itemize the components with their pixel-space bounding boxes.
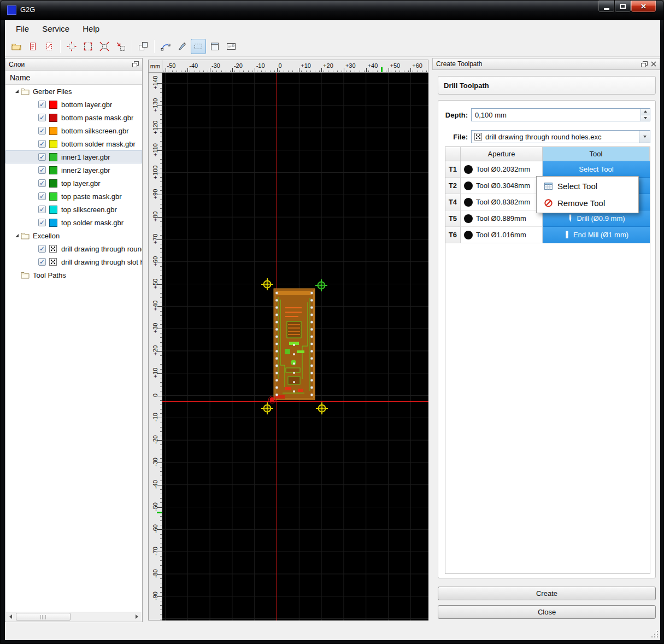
layer-color-swatch[interactable] <box>49 206 57 214</box>
maximize-button[interactable] <box>614 1 631 13</box>
aperture-cell[interactable]: Tool Ø1.016mm <box>461 227 543 243</box>
layer-color-swatch[interactable] <box>49 219 57 227</box>
layer-checkbox[interactable]: ✓ <box>38 206 46 213</box>
layer-checkbox[interactable]: ✓ <box>38 140 46 148</box>
spin-down-button[interactable] <box>641 115 650 121</box>
layer-color-swatch[interactable] <box>49 153 57 161</box>
aperture-column-header[interactable]: Aperture <box>461 147 543 161</box>
close-panel-icon[interactable] <box>651 61 656 67</box>
open-file-button[interactable] <box>9 39 24 54</box>
layer-checkbox[interactable]: ✓ <box>38 258 46 266</box>
combobox-arrow[interactable] <box>639 131 650 143</box>
layer-checkbox[interactable]: ✓ <box>38 179 46 187</box>
menu-service[interactable]: Service <box>36 22 76 36</box>
tree-item-gerber-files[interactable]: Gerber Files <box>5 85 142 98</box>
pcb-canvas[interactable] <box>162 73 428 620</box>
draw-tool-button[interactable] <box>174 39 190 54</box>
layer-tree: Gerber Files✓bottom layer.gbr✓bottom pas… <box>5 85 142 612</box>
aperture-cell[interactable]: Tool Ø0.8382mm <box>461 194 543 210</box>
folder-icon <box>21 87 31 95</box>
tree-item-drill-drawing-through-slot-holes-exc[interactable]: ✓drill drawing through slot holes.exc <box>5 255 142 268</box>
depth-value: 0,100 mm <box>472 111 641 119</box>
tree-item-excellon[interactable]: Excellon <box>5 229 142 242</box>
context-menu-item-select-tool[interactable]: Select Tool <box>538 178 637 195</box>
horizontal-scrollbar[interactable] <box>6 612 142 621</box>
tree-item-top-silkscreen-gbr[interactable]: ✓top silkscreen.gbr <box>5 203 142 216</box>
tile-view-button[interactable] <box>136 39 151 54</box>
zoom-out-button[interactable] <box>113 39 128 54</box>
layer-checkbox[interactable]: ✓ <box>38 153 46 161</box>
layer-checkbox[interactable]: ✓ <box>38 245 46 253</box>
tool-column-header[interactable]: Tool <box>543 147 650 161</box>
layer-color-swatch[interactable] <box>49 114 57 122</box>
layer-color-swatch[interactable] <box>49 166 57 174</box>
zoom-window-button[interactable] <box>80 39 96 54</box>
layer-checkbox[interactable]: ✓ <box>38 127 46 134</box>
context-menu-item-remove-tool[interactable]: Remove Tool <box>538 195 637 212</box>
tree-item-tool-paths[interactable]: Tool Paths <box>5 268 142 282</box>
depth-spinner[interactable]: 0,100 mm <box>471 108 650 121</box>
aperture-icon <box>464 165 473 174</box>
tree-item-inner2-layer-gbr[interactable]: ✓inner2 layer.gbr <box>5 163 142 177</box>
menu-help[interactable]: Help <box>76 22 106 36</box>
close-file-button[interactable] <box>42 39 57 54</box>
create-button[interactable]: Create <box>438 587 656 600</box>
tree-item-top-solder-mask-gbr[interactable]: ✓top solder mask.gbr <box>5 216 142 229</box>
scrollbar-thumb[interactable] <box>16 613 70 620</box>
form-view-button[interactable] <box>224 39 239 54</box>
tree-item-inner1-layer-gbr[interactable]: ✓inner1 layer.gbr <box>5 150 142 163</box>
aperture-cell[interactable]: Tool Ø0.2032mm <box>461 161 543 178</box>
layer-checkbox[interactable]: ✓ <box>38 114 46 121</box>
float-panel-icon[interactable] <box>132 61 139 67</box>
resize-grip[interactable] <box>650 630 658 637</box>
titlebar[interactable]: G2G × <box>1 1 663 20</box>
select-region-button[interactable] <box>191 39 206 54</box>
drill-file-value: drill drawing through round holes.exc <box>485 133 639 141</box>
frame-view-button[interactable] <box>207 39 222 54</box>
tree-item-bottom-paste-mask-gbr[interactable]: ✓bottom paste mask.gbr <box>5 111 142 124</box>
zoom-fit-button[interactable] <box>64 39 79 54</box>
layer-checkbox[interactable]: ✓ <box>38 219 46 226</box>
close-icon: × <box>641 2 647 11</box>
minimize-icon <box>604 8 609 10</box>
expand-arrow[interactable] <box>13 90 21 93</box>
arc-tool-button[interactable] <box>158 39 173 54</box>
toolbar-separator <box>154 40 155 53</box>
tree-item-top-layer-gbr[interactable]: ✓top layer.gbr <box>5 177 142 190</box>
import-gerber-button[interactable] <box>25 39 40 54</box>
tree-item-bottom-solder-mask-gbr[interactable]: ✓bottom solder mask.gbr <box>5 137 142 150</box>
ruler-label: +70 <box>149 232 162 246</box>
aperture-cell[interactable]: Tool Ø0.889mm <box>461 210 543 227</box>
close-button[interactable]: Close <box>438 605 656 619</box>
aperture-cell[interactable]: Tool Ø0.3048mm <box>461 178 543 194</box>
zoomOut-icon <box>116 42 126 51</box>
layer-checkbox[interactable]: ✓ <box>38 166 46 174</box>
scroll-right-arrow[interactable] <box>132 612 142 621</box>
tree-column-header[interactable]: Name <box>5 71 142 85</box>
layer-checkbox[interactable]: ✓ <box>38 101 46 108</box>
menu-file[interactable]: File <box>9 22 36 36</box>
endmill-icon <box>564 231 570 239</box>
layer-color-swatch[interactable] <box>49 179 57 188</box>
tree-item-top-paste-mask-gbr[interactable]: ✓top paste mask.gbr <box>5 190 142 203</box>
close-window-button[interactable]: × <box>631 1 656 13</box>
layer-color-swatch[interactable] <box>49 140 57 148</box>
tool-context-menu: Select ToolRemove Tool <box>536 176 639 213</box>
aperture-icon <box>464 214 473 223</box>
tree-item-bottom-silkscreen-gbr[interactable]: ✓bottom silkscreen.gbr <box>5 124 142 137</box>
layer-checkbox[interactable]: ✓ <box>38 192 46 200</box>
layer-color-swatch[interactable] <box>49 127 57 135</box>
drill-file-combobox[interactable]: drill drawing through round holes.exc <box>471 130 650 143</box>
layer-color-swatch[interactable] <box>49 192 57 201</box>
float-panel-icon[interactable] <box>641 61 648 67</box>
spin-up-button[interactable] <box>641 109 650 115</box>
minimize-button[interactable] <box>598 1 615 13</box>
tool-cell[interactable]: Select Tool <box>543 161 650 178</box>
tree-item-bottom-layer-gbr[interactable]: ✓bottom layer.gbr <box>5 98 142 111</box>
tree-item-drill-drawing-through-round-holes-exc[interactable]: ✓drill drawing through round holes.exc <box>5 242 142 255</box>
tool-cell[interactable]: End Mill (Ø1 mm) <box>543 227 650 243</box>
expand-arrow[interactable] <box>13 234 21 237</box>
zoom-in-button[interactable] <box>97 39 112 54</box>
scroll-left-arrow[interactable] <box>6 612 15 621</box>
layer-color-swatch[interactable] <box>49 101 57 109</box>
